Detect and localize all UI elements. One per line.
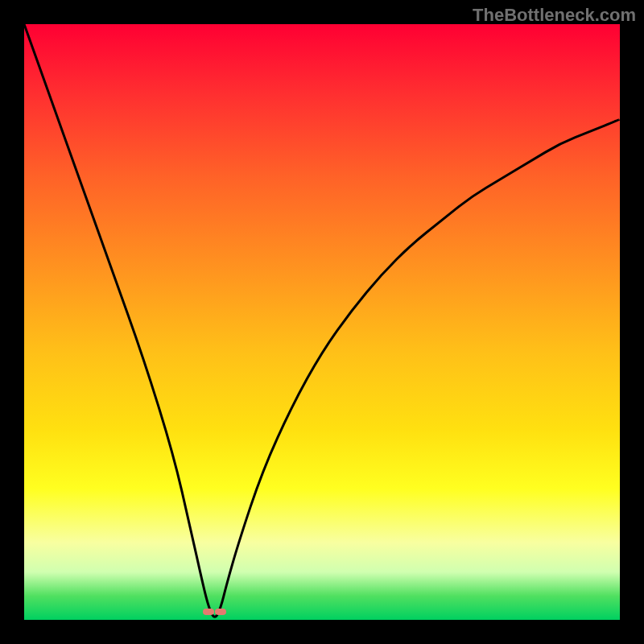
curve-path <box>24 24 620 617</box>
watermark-text: TheBottleneck.com <box>473 5 636 26</box>
min-marker-a <box>203 609 214 615</box>
min-marker-b <box>215 609 226 615</box>
bottleneck-curve <box>24 24 620 620</box>
plot-area <box>24 24 620 620</box>
chart-frame: TheBottleneck.com <box>0 0 644 644</box>
